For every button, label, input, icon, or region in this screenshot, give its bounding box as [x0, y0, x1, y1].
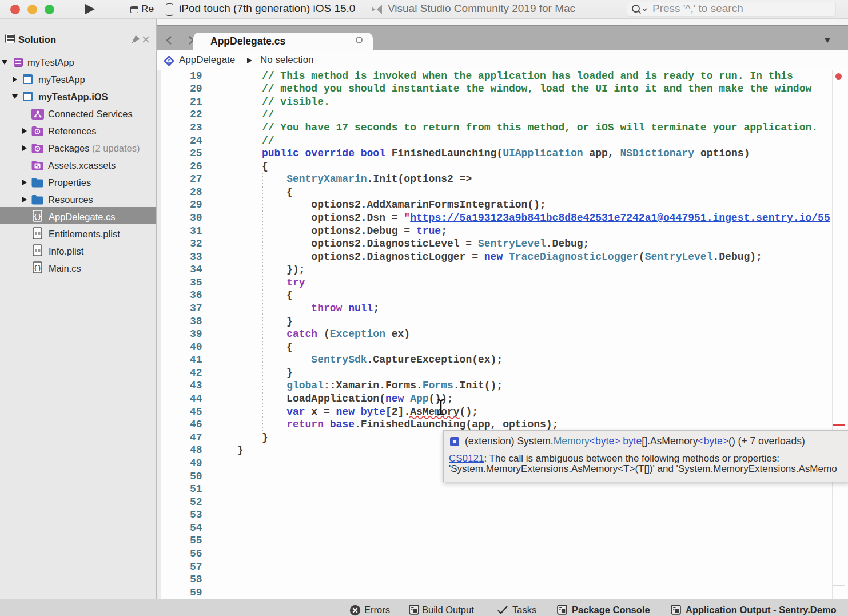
svg-text:C: C — [167, 58, 170, 64]
svg-text:{}: {} — [34, 265, 41, 272]
svg-text:{}: {} — [34, 213, 41, 220]
